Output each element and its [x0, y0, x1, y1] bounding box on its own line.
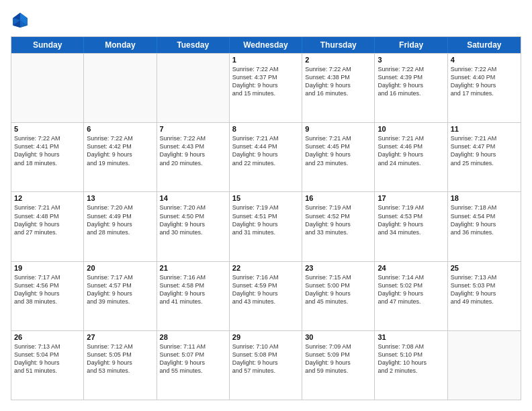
cell-info: Sunrise: 7:16 AM Sunset: 4:58 PM Dayligh… — [160, 273, 226, 306]
cell-info: Sunrise: 7:21 AM Sunset: 4:45 PM Dayligh… — [305, 134, 371, 167]
calendar-cell: 2Sunrise: 7:22 AM Sunset: 4:38 PM Daylig… — [302, 54, 375, 122]
cell-info: Sunrise: 7:14 AM Sunset: 5:02 PM Dayligh… — [378, 273, 444, 306]
cell-day-number: 9 — [305, 125, 371, 133]
cell-info: Sunrise: 7:08 AM Sunset: 5:10 PM Dayligh… — [378, 342, 444, 375]
calendar-cell: 28Sunrise: 7:11 AM Sunset: 5:07 PM Dayli… — [157, 331, 230, 400]
calendar-cell: 11Sunrise: 7:21 AM Sunset: 4:47 PM Dayli… — [448, 123, 521, 191]
calendar-cell: 16Sunrise: 7:19 AM Sunset: 4:52 PM Dayli… — [302, 192, 375, 261]
calendar-cell: 23Sunrise: 7:15 AM Sunset: 5:00 PM Dayli… — [302, 262, 375, 330]
calendar-week: 19Sunrise: 7:17 AM Sunset: 4:56 PM Dayli… — [11, 261, 521, 330]
calendar-cell: 5Sunrise: 7:22 AM Sunset: 4:41 PM Daylig… — [11, 123, 84, 191]
cell-day-number: 19 — [14, 264, 81, 272]
calendar-cell: 20Sunrise: 7:17 AM Sunset: 4:57 PM Dayli… — [84, 262, 157, 330]
calendar-cell: 17Sunrise: 7:19 AM Sunset: 4:53 PM Dayli… — [375, 192, 447, 261]
calendar-cell — [157, 54, 230, 122]
cell-info: Sunrise: 7:15 AM Sunset: 5:00 PM Dayligh… — [305, 273, 371, 306]
calendar-cell: 9Sunrise: 7:21 AM Sunset: 4:45 PM Daylig… — [302, 123, 375, 191]
cell-day-number: 16 — [305, 194, 371, 202]
cell-day-number: 21 — [160, 264, 226, 272]
page: SundayMondayTuesdayWednesdayThursdayFrid… — [0, 0, 532, 411]
cell-day-number: 12 — [14, 194, 81, 202]
calendar-cell: 27Sunrise: 7:12 AM Sunset: 5:05 PM Dayli… — [84, 331, 157, 400]
cell-info: Sunrise: 7:19 AM Sunset: 4:53 PM Dayligh… — [378, 203, 444, 236]
calendar-week: 5Sunrise: 7:22 AM Sunset: 4:41 PM Daylig… — [11, 122, 521, 191]
cell-info: Sunrise: 7:22 AM Sunset: 4:43 PM Dayligh… — [160, 134, 226, 167]
cell-info: Sunrise: 7:19 AM Sunset: 4:51 PM Dayligh… — [232, 203, 299, 236]
cell-info: Sunrise: 7:19 AM Sunset: 4:52 PM Dayligh… — [305, 203, 371, 236]
cell-info: Sunrise: 7:22 AM Sunset: 4:42 PM Dayligh… — [87, 134, 153, 167]
cell-day-number: 7 — [160, 125, 226, 133]
calendar-cell: 8Sunrise: 7:21 AM Sunset: 4:44 PM Daylig… — [230, 123, 302, 191]
calendar-cell — [448, 331, 521, 400]
calendar-cell: 18Sunrise: 7:18 AM Sunset: 4:54 PM Dayli… — [448, 192, 521, 261]
calendar-cell: 4Sunrise: 7:22 AM Sunset: 4:40 PM Daylig… — [448, 54, 521, 122]
cell-day-number: 1 — [232, 56, 299, 64]
cell-info: Sunrise: 7:17 AM Sunset: 4:56 PM Dayligh… — [14, 273, 81, 306]
cell-day-number: 22 — [232, 264, 299, 272]
cell-info: Sunrise: 7:13 AM Sunset: 5:03 PM Dayligh… — [451, 273, 518, 306]
calendar-cell: 12Sunrise: 7:21 AM Sunset: 4:48 PM Dayli… — [11, 192, 84, 261]
cell-day-number: 27 — [87, 333, 153, 341]
calendar-cell — [11, 54, 84, 122]
cell-day-number: 14 — [160, 194, 226, 202]
cell-day-number: 8 — [232, 125, 299, 133]
cell-day-number: 23 — [305, 264, 371, 272]
cell-info: Sunrise: 7:10 AM Sunset: 5:08 PM Dayligh… — [232, 342, 299, 375]
cell-day-number: 25 — [451, 264, 518, 272]
weekday-header: Tuesday — [157, 37, 230, 53]
calendar-cell: 26Sunrise: 7:13 AM Sunset: 5:04 PM Dayli… — [11, 331, 84, 400]
calendar-cell: 15Sunrise: 7:19 AM Sunset: 4:51 PM Dayli… — [230, 192, 302, 261]
calendar-header: SundayMondayTuesdayWednesdayThursdayFrid… — [11, 37, 521, 53]
cell-day-number: 29 — [232, 333, 299, 341]
cell-day-number: 20 — [87, 264, 153, 272]
weekday-header: Thursday — [302, 37, 375, 53]
cell-info: Sunrise: 7:21 AM Sunset: 4:48 PM Dayligh… — [14, 203, 81, 236]
cell-info: Sunrise: 7:22 AM Sunset: 4:41 PM Dayligh… — [14, 134, 81, 167]
logo-icon — [11, 11, 30, 30]
header — [11, 11, 521, 30]
cell-info: Sunrise: 7:22 AM Sunset: 4:37 PM Dayligh… — [232, 65, 299, 98]
cell-info: Sunrise: 7:21 AM Sunset: 4:46 PM Dayligh… — [378, 134, 444, 167]
calendar: SundayMondayTuesdayWednesdayThursdayFrid… — [11, 36, 521, 400]
cell-day-number: 18 — [451, 194, 518, 202]
cell-info: Sunrise: 7:16 AM Sunset: 4:59 PM Dayligh… — [232, 273, 299, 306]
calendar-week: 12Sunrise: 7:21 AM Sunset: 4:48 PM Dayli… — [11, 191, 521, 261]
weekday-header: Saturday — [448, 37, 521, 53]
calendar-cell: 14Sunrise: 7:20 AM Sunset: 4:50 PM Dayli… — [157, 192, 230, 261]
calendar-cell: 6Sunrise: 7:22 AM Sunset: 4:42 PM Daylig… — [84, 123, 157, 191]
cell-info: Sunrise: 7:21 AM Sunset: 4:44 PM Dayligh… — [232, 134, 299, 167]
cell-day-number: 10 — [378, 125, 444, 133]
cell-day-number: 30 — [305, 333, 371, 341]
weekday-header: Sunday — [11, 37, 84, 53]
weekday-header: Monday — [84, 37, 157, 53]
calendar-cell: 30Sunrise: 7:09 AM Sunset: 5:09 PM Dayli… — [302, 331, 375, 400]
cell-day-number: 13 — [87, 194, 153, 202]
calendar-cell: 7Sunrise: 7:22 AM Sunset: 4:43 PM Daylig… — [157, 123, 230, 191]
calendar-cell: 21Sunrise: 7:16 AM Sunset: 4:58 PM Dayli… — [157, 262, 230, 330]
cell-day-number: 26 — [14, 333, 81, 341]
calendar-cell: 10Sunrise: 7:21 AM Sunset: 4:46 PM Dayli… — [375, 123, 447, 191]
weekday-header: Friday — [375, 37, 447, 53]
cell-info: Sunrise: 7:22 AM Sunset: 4:39 PM Dayligh… — [378, 65, 444, 98]
calendar-cell: 19Sunrise: 7:17 AM Sunset: 4:56 PM Dayli… — [11, 262, 84, 330]
cell-info: Sunrise: 7:18 AM Sunset: 4:54 PM Dayligh… — [451, 203, 518, 236]
cell-day-number: 24 — [378, 264, 444, 272]
cell-info: Sunrise: 7:22 AM Sunset: 4:40 PM Dayligh… — [451, 65, 518, 98]
cell-info: Sunrise: 7:21 AM Sunset: 4:47 PM Dayligh… — [451, 134, 518, 167]
calendar-cell: 13Sunrise: 7:20 AM Sunset: 4:49 PM Dayli… — [84, 192, 157, 261]
calendar-cell: 29Sunrise: 7:10 AM Sunset: 5:08 PM Dayli… — [230, 331, 302, 400]
calendar-cell: 22Sunrise: 7:16 AM Sunset: 4:59 PM Dayli… — [230, 262, 302, 330]
cell-info: Sunrise: 7:17 AM Sunset: 4:57 PM Dayligh… — [87, 273, 153, 306]
calendar-week: 26Sunrise: 7:13 AM Sunset: 5:04 PM Dayli… — [11, 330, 521, 400]
calendar-cell: 1Sunrise: 7:22 AM Sunset: 4:37 PM Daylig… — [230, 54, 302, 122]
cell-day-number: 15 — [232, 194, 299, 202]
cell-info: Sunrise: 7:20 AM Sunset: 4:49 PM Dayligh… — [87, 203, 153, 236]
cell-info: Sunrise: 7:13 AM Sunset: 5:04 PM Dayligh… — [14, 342, 81, 375]
calendar-cell: 25Sunrise: 7:13 AM Sunset: 5:03 PM Dayli… — [448, 262, 521, 330]
cell-info: Sunrise: 7:20 AM Sunset: 4:50 PM Dayligh… — [160, 203, 226, 236]
cell-day-number: 11 — [451, 125, 518, 133]
logo — [11, 11, 32, 30]
cell-info: Sunrise: 7:22 AM Sunset: 4:38 PM Dayligh… — [305, 65, 371, 98]
cell-day-number: 2 — [305, 56, 371, 64]
cell-day-number: 6 — [87, 125, 153, 133]
